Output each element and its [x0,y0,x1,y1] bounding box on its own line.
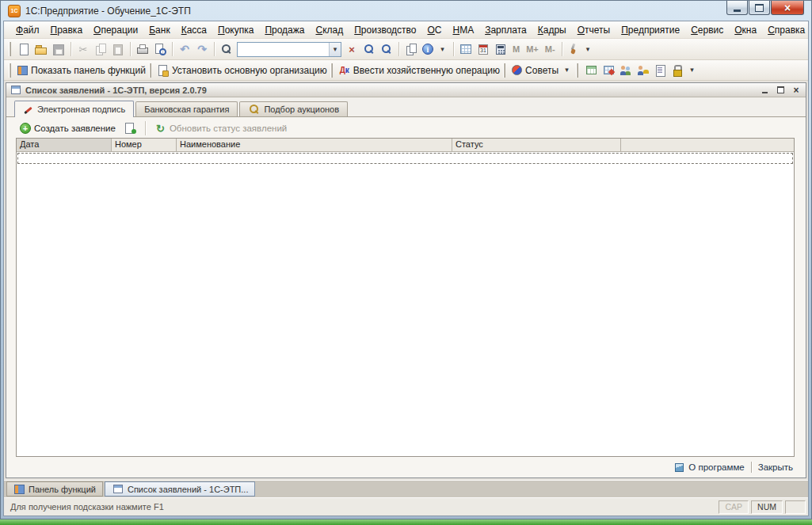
menu-warehouse[interactable]: Склад [310,22,349,38]
toolbar-grip[interactable] [149,63,151,78]
undo-icon [179,43,191,55]
close-icon[interactable] [771,1,804,15]
new-document-button[interactable] [15,40,32,58]
undo-button[interactable] [176,40,193,58]
menu-enterprise[interactable]: Предприятие [616,22,685,38]
menu-edit[interactable]: Правка [45,22,89,38]
window-tab-function-panel[interactable]: Панель функций [6,481,103,496]
memory-minus-button[interactable]: M- [542,44,558,54]
find-button[interactable] [218,40,235,58]
refresh-icon [154,122,166,135]
event-log-button[interactable] [652,62,669,79]
minimize-icon[interactable] [726,1,748,15]
menu-hr[interactable]: Кадры [532,22,572,38]
desktop-background-strip [0,519,812,525]
child-close-icon[interactable] [790,85,802,95]
menu-intangible-assets[interactable]: НМА [447,22,479,38]
save-button[interactable] [50,40,67,58]
applications-list[interactable]: Дата Номер Наименование Статус [16,138,795,457]
tab-auction-selection[interactable]: Подбор аукционов [239,101,348,116]
app-icon: 1С [8,5,21,17]
child-minimize-icon[interactable] [758,85,771,95]
tab-bank-guarantee[interactable]: Банковская гарантия [135,101,238,116]
column-header-status[interactable]: Статус [452,139,621,151]
redo-button[interactable] [193,40,211,58]
about-button[interactable]: О программе [673,462,744,474]
toolbar-grip[interactable] [503,63,505,78]
window-body: Файл Правка Операции Банк Касса Покупка … [3,21,809,516]
column-header-number[interactable]: Номер [112,139,177,151]
close-form-button[interactable]: Закрыть [758,462,793,472]
totals-board-button[interactable] [582,62,600,79]
auction-search-icon [248,103,261,116]
session-lock-button[interactable] [669,62,700,79]
menu-operations[interactable]: Операции [88,22,143,38]
copy-application-button[interactable] [121,120,139,137]
toolbar-grip[interactable] [576,63,578,78]
print-icon [136,43,149,55]
toolbar-grip[interactable] [9,63,11,78]
totals-settings-button[interactable] [600,62,617,79]
users-icon [619,64,632,77]
print-preview-button[interactable] [151,40,169,58]
menu-windows[interactable]: Окна [729,22,762,38]
column-header-name[interactable]: Наименование [177,139,452,151]
menu-service[interactable]: Сервис [685,22,729,38]
column-header-date[interactable]: Дата [17,139,112,151]
create-application-button[interactable]: Создать заявление [17,123,118,134]
menu-fixed-assets[interactable]: ОС [421,22,447,38]
find-next-button[interactable] [360,40,378,58]
tips-button[interactable]: Советы [509,62,574,79]
active-users-button[interactable] [635,62,652,79]
title-bar[interactable]: 1С 1С:Предприятие - Обучение_1С-ЭТП [3,1,809,21]
table-body[interactable] [17,152,794,456]
copy-button[interactable] [92,40,109,58]
table-settings-button[interactable] [457,40,475,58]
find-previous-button[interactable] [378,40,395,58]
focused-empty-row[interactable] [17,153,793,164]
child-restore-icon[interactable] [774,85,787,95]
show-function-panel-button[interactable]: Показать панель функций [15,62,147,79]
toolbar-grip[interactable] [9,42,11,56]
enter-business-operation-button[interactable]: Дк Ввести хозяйственную операцию [337,62,501,79]
service-settings-button[interactable] [566,40,596,58]
menu-cash[interactable]: Касса [176,22,212,38]
calendar-button[interactable] [475,40,492,58]
open-windows-bar: Панель функций Список заявлений - 1С-ЭТП… [4,480,808,497]
search-dropdown-button[interactable] [329,43,341,56]
enter-business-operation-label: Ввести хозяйственную операцию [353,65,500,76]
paste-button[interactable] [109,40,127,58]
window-tab-applications-list[interactable]: Список заявлений - 1С-ЭТП... [105,481,255,496]
cut-button[interactable] [74,40,92,58]
clear-search-button[interactable] [343,40,360,58]
memory-plus-button[interactable]: M+ [523,44,542,54]
menu-bank[interactable]: Банк [143,22,175,38]
menu-salary[interactable]: Зарплата [479,22,532,38]
toolbar-grip[interactable] [330,63,333,78]
menu-file[interactable]: Файл [10,22,45,38]
child-title-bar[interactable]: Список заявлений - 1С-ЭТП, версия 2.0.79 [6,83,806,97]
search-input[interactable] [238,44,329,55]
menu-production[interactable]: Производство [349,22,421,38]
maximize-icon[interactable] [749,1,770,15]
calculator-button[interactable] [492,40,509,58]
toolbar-separator [453,42,454,56]
window-controls [726,1,804,15]
open-button[interactable] [32,40,50,58]
set-main-organization-button[interactable]: Установить основную организацию [155,62,329,79]
window-title: 1С:Предприятие - Обучение_1С-ЭТП [25,6,191,17]
toolbar-separator [398,42,399,56]
memory-recall-button[interactable]: M [509,44,523,54]
menu-purchase[interactable]: Покупка [212,22,259,38]
info-button[interactable] [420,40,450,58]
menu-help[interactable]: Справка [762,22,809,38]
menu-sales[interactable]: Продажа [259,22,310,38]
menu-reports[interactable]: Отчеты [572,22,616,38]
caps-lock-indicator: CAP [719,500,749,514]
duplicate-button[interactable] [402,40,420,58]
print-button[interactable] [134,40,151,58]
add-icon [20,123,31,134]
tab-electronic-signature[interactable]: Электронная подпись [14,101,134,117]
users-list-button[interactable] [617,62,635,79]
refresh-status-button[interactable]: Обновить статус заявлений [152,122,289,135]
